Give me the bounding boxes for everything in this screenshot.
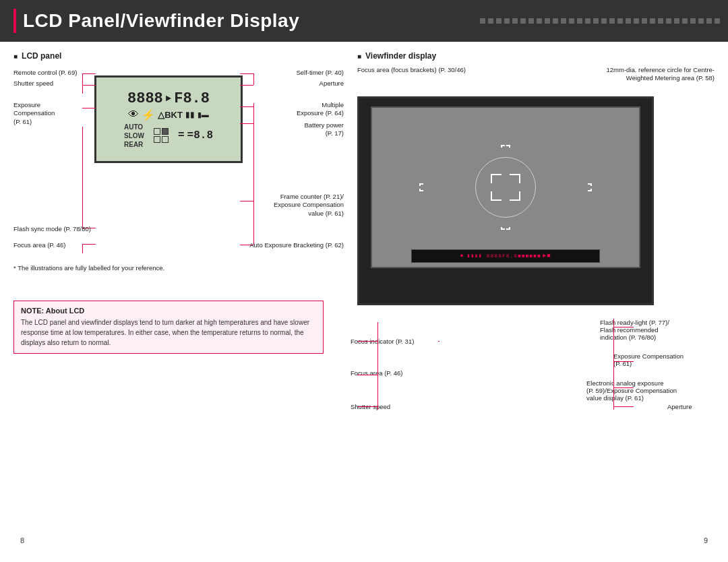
lightning-icon: ⚡ [142, 108, 155, 121]
aeb-label: Auto Exposure Bracketing (P. 62) [249, 241, 344, 249]
viewfinder-section: Viewfinder display Focus area (focus bra… [357, 51, 715, 354]
vf-status-digits: ▮▮▮▮ 8888F8.8■■■■■■ [467, 253, 541, 259]
lcd-mode-row: AUTO SLOW REAR [124, 123, 213, 149]
eye-icon: 👁 [128, 108, 139, 121]
viewfinder-display: ● ▮▮▮▮ 8888F8.8■■■■■■ ►■ [357, 96, 654, 305]
fb-left-bracket [419, 183, 429, 191]
fb-bottom-right [510, 191, 520, 201]
lcd-separator: ► [166, 93, 171, 104]
frame-counter-label: Frame counter (P. 21)/ Exposure Compensa… [274, 193, 344, 218]
line-aperture [240, 85, 253, 86]
vf-line-fa [357, 375, 377, 375]
remote-control-label: Remote control (P. 69) [13, 69, 77, 77]
fb-top-right [510, 174, 520, 183]
italic-note: * The illustrations are fully labelled f… [13, 264, 164, 272]
focus-area-left-label: Focus area (P. 46) [13, 241, 65, 249]
vf-line-expcomp [613, 361, 634, 362]
focus-brackets-center [491, 174, 520, 201]
vf-line-flash [613, 327, 634, 327]
page-left: 8 [20, 536, 24, 544]
electronic-analog-label: Electronic analog exposure (P. 59)/Expos… [586, 379, 721, 402]
line-v-focus [82, 244, 83, 253]
vf-line-ap [613, 406, 634, 407]
line-remote [82, 73, 96, 74]
fb-top-left [491, 174, 502, 183]
vf-section-title: Viewfinder display [357, 51, 715, 61]
fb-right-tr [588, 183, 592, 186]
exp-comp-right-label: Exposure Compensation (P. 61) [613, 352, 721, 367]
fb-bottom-bl [501, 227, 505, 230]
page-numbers: 8 9 [0, 530, 728, 551]
accent-bar [13, 9, 16, 33]
header-decoration [479, 0, 728, 42]
line-v-remote [82, 73, 83, 94]
line-exp-comp [82, 108, 96, 108]
fb-left-bl [419, 189, 423, 191]
battery-icon: ▮▬ [198, 111, 209, 119]
line-frame-counter [240, 201, 253, 201]
vf-top-annotations: Focus area (focus brackets) (P. 30/46) 1… [357, 66, 715, 83]
note-text: The LCD panel and viewfinder displays te… [21, 317, 316, 348]
grid-cell-3 [154, 136, 160, 143]
fb-top-tr [506, 145, 510, 148]
self-timer-label: Self-timer (P. 40) [296, 69, 344, 77]
lcd-slow: SLOW [124, 131, 144, 140]
fb-top-bracket [501, 145, 510, 153]
vf-diagram-container: ● ▮▮▮▮ 8888F8.8■■■■■■ ►■ Focus indicator… [357, 96, 715, 305]
focus-brackets-label: Focus area (focus brackets) (P. 30/46) [357, 66, 466, 83]
vf-vline-left [377, 322, 378, 410]
vf-status-icons: ►■ [543, 253, 551, 259]
flash-ready-label: Flash ready-light (P. 77)/ Flash recomme… [600, 319, 721, 341]
battery-power-label: Battery power (P. 17) [304, 121, 344, 138]
line-mult-exp [240, 106, 253, 107]
vf-vline-right [613, 319, 614, 410]
line-self-timer [240, 73, 253, 74]
page-header: LCD Panel/Viewfinder Display [0, 0, 728, 42]
lcd-icons-row: 👁 ⚡ △BKT ▮▮ ▮▬ [128, 108, 209, 121]
line-battery [240, 123, 253, 124]
card-icon: ▮▮ [185, 110, 195, 119]
fb-right-bracket [582, 183, 592, 191]
fb-left-tl [419, 183, 423, 186]
vf-status-dot: ● [460, 253, 464, 259]
line-v-right1 [253, 73, 254, 85]
note-title: NOTE: About LCD [21, 307, 316, 315]
lcd-top-row: 8888 ► F8.8 [127, 90, 210, 107]
fb-right-br [588, 189, 592, 191]
note-box: NOTE: About LCD The LCD panel and viewfi… [13, 301, 324, 354]
viewfinder-inner: ● ▮▮▮▮ 8888F8.8■■■■■■ ►■ [371, 106, 640, 268]
vf-line-fi [357, 341, 377, 342]
lcd-grid-icons [154, 128, 169, 143]
main-content: LCD panel Remote control (P. 69) Self-ti… [0, 42, 728, 361]
lcd-auto: AUTO [124, 123, 144, 131]
grid-cell-1 [154, 128, 160, 135]
vf-status-bar: ● ▮▮▮▮ 8888F8.8■■■■■■ ►■ [411, 249, 600, 263]
lcd-bottom-digits: = =8.8 [178, 129, 213, 142]
lcd-bottom-value: =8.8 [187, 129, 213, 142]
grid-cell-4 [162, 136, 169, 143]
lcd-digits: 8888 [127, 90, 163, 107]
line-v-aeb [253, 201, 254, 245]
multiple-exposure-label: Multiple Exposure (P. 64) [297, 101, 344, 118]
bkt-label: △BKT [158, 110, 183, 120]
fi-line-end [438, 341, 439, 342]
shutter-speed-label-left: Shutter speed [13, 80, 53, 88]
line-focus-left [82, 244, 96, 245]
aperture-vf-label: Aperture [667, 403, 721, 410]
lcd-fnumber: F8.8 [174, 90, 210, 107]
lcd-mode-text: AUTO SLOW REAR [124, 123, 144, 149]
exposure-comp-label: Exposure Compensation (P. 61) [13, 101, 55, 126]
lcd-rear: REAR [124, 140, 144, 149]
lcd-display: 8888 ► F8.8 👁 ⚡ △BKT ▮▮ ▮▬ AUTO SLOW REA… [94, 75, 243, 163]
aperture-label-left: Aperture [320, 80, 344, 88]
fb-bottom-br [506, 227, 510, 230]
lcd-section-title: LCD panel [13, 51, 344, 61]
fb-top-tl [501, 145, 505, 148]
page-right: 9 [704, 536, 708, 544]
vf-line-ss [357, 406, 377, 407]
flash-sync-label: Flash sync mode (P. 78/80) [13, 225, 91, 233]
page-title: LCD Panel/Viewfinder Display [23, 10, 299, 32]
grid-cell-2 [162, 128, 169, 135]
vf-line-ea [613, 387, 634, 388]
line-v-right2 [253, 103, 254, 201]
